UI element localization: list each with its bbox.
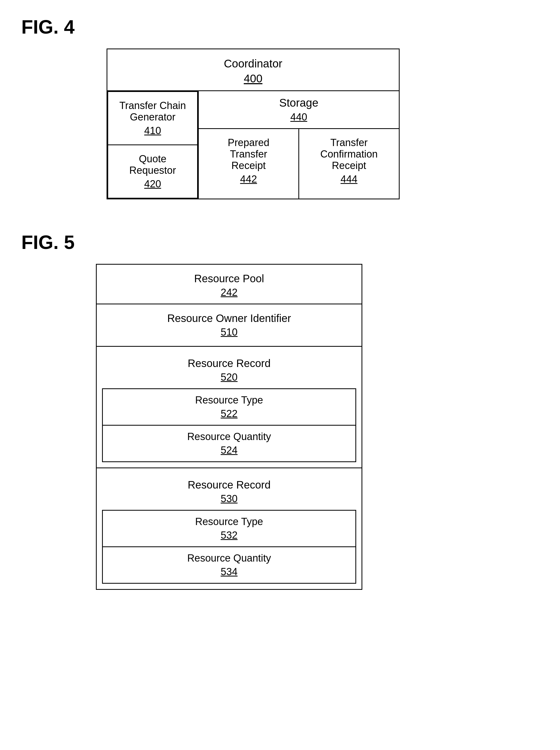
prepared-transfer-receipt-box: Prepared Transfer Receipt 442 xyxy=(199,129,299,199)
fig5-container: Resource Pool 242 Resource Owner Identif… xyxy=(96,264,362,590)
rt532-title: Resource Type xyxy=(195,516,263,527)
resource-record-520-header: Resource Record 520 xyxy=(102,352,356,386)
transfer-chain-line1: Transfer Chain xyxy=(119,100,186,111)
resource-record-530-header: Resource Record 530 xyxy=(102,474,356,507)
resource-record-530-section: Resource Record 530 Resource Type 532 Re… xyxy=(97,468,361,589)
tcr-line2: Confirmation xyxy=(320,149,378,160)
resource-owner-ref: 510 xyxy=(102,327,356,338)
ptr-ref: 442 xyxy=(204,174,293,185)
coordinator-body: Transfer Chain Generator 410 Quote Reque… xyxy=(107,91,399,199)
fig4-container: Coordinator 400 Transfer Chain Generator… xyxy=(106,48,400,199)
quote-requestor-ref: 420 xyxy=(114,178,192,190)
resource-record-520-section: Resource Record 520 Resource Type 522 Re… xyxy=(97,347,361,468)
coordinator-ref: 400 xyxy=(113,72,394,85)
resource-owner-identifier-box: Resource Owner Identifier 510 xyxy=(97,304,361,347)
transfer-chain-ref: 410 xyxy=(114,125,192,136)
rt532-ref: 532 xyxy=(105,530,353,541)
resource-quantity-534-box: Resource Quantity 534 xyxy=(102,547,356,584)
rr530-ref: 530 xyxy=(105,493,354,505)
tcr-ref: 444 xyxy=(304,174,394,185)
rq534-ref: 534 xyxy=(105,566,353,577)
resource-pool-ref: 242 xyxy=(102,287,356,298)
coordinator-header: Coordinator 400 xyxy=(107,49,399,91)
coordinator-title: Coordinator xyxy=(224,57,282,70)
storage-column: Storage 440 Prepared Transfer Receipt 44… xyxy=(198,91,399,199)
rt522-ref: 522 xyxy=(105,408,353,419)
quote-requestor-line2: Requestor xyxy=(129,165,176,176)
resource-pool-title: Resource Pool xyxy=(194,273,264,284)
ptr-line3: Receipt xyxy=(232,160,266,171)
rq534-title: Resource Quantity xyxy=(187,553,271,564)
fig5-label: FIG. 5 xyxy=(21,231,539,253)
storage-header: Storage 440 xyxy=(199,91,399,129)
resource-pool-outer: Resource Pool 242 Resource Owner Identif… xyxy=(96,264,362,590)
figure-4-section: FIG. 4 Coordinator 400 Transfer Chain Ge… xyxy=(21,16,539,199)
quote-requestor-line1: Quote xyxy=(139,153,166,164)
resource-quantity-524-box: Resource Quantity 524 xyxy=(102,426,356,462)
ptr-line2: Transfer xyxy=(230,149,267,160)
resource-type-532-box: Resource Type 532 xyxy=(102,510,356,547)
tcr-line1: Transfer xyxy=(331,137,368,148)
rq524-title: Resource Quantity xyxy=(187,431,271,442)
storage-items: Prepared Transfer Receipt 442 Transfer C… xyxy=(199,129,399,199)
transfer-chain-generator-box: Transfer Chain Generator 410 xyxy=(107,91,198,145)
rt522-title: Resource Type xyxy=(195,394,263,406)
storage-title: Storage xyxy=(279,97,318,109)
tcr-line3: Receipt xyxy=(332,160,366,171)
transfer-chain-line2: Generator xyxy=(130,112,175,123)
transfer-confirmation-receipt-box: Transfer Confirmation Receipt 444 xyxy=(299,129,399,199)
left-column: Transfer Chain Generator 410 Quote Reque… xyxy=(107,91,198,199)
quote-requestor-box: Quote Requestor 420 xyxy=(107,145,198,199)
rq524-ref: 524 xyxy=(105,445,353,456)
storage-ref: 440 xyxy=(204,112,394,123)
figure-5-section: FIG. 5 Resource Pool 242 Resource Owner … xyxy=(21,231,539,590)
coordinator-box: Coordinator 400 Transfer Chain Generator… xyxy=(106,48,400,199)
resource-owner-title: Resource Owner Identifier xyxy=(167,312,291,324)
resource-type-522-box: Resource Type 522 xyxy=(102,388,356,426)
ptr-line1: Prepared xyxy=(228,137,269,148)
rr530-title: Resource Record xyxy=(187,479,271,491)
resource-pool-header: Resource Pool 242 xyxy=(97,265,361,304)
rr520-title: Resource Record xyxy=(187,357,271,369)
fig4-label: FIG. 4 xyxy=(21,16,539,38)
rr520-ref: 520 xyxy=(105,372,354,383)
